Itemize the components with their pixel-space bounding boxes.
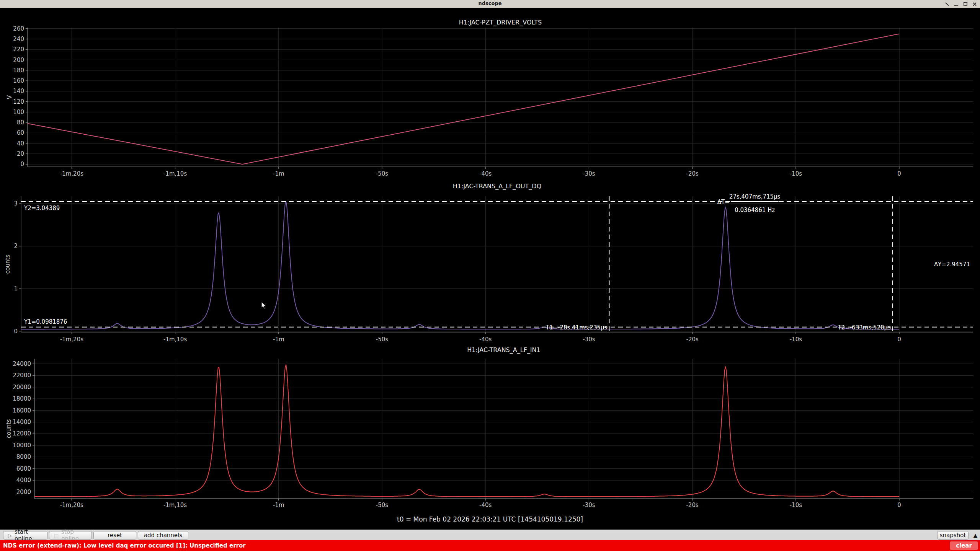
trace-H1:JAC-TRANS_A_LF_OUT_DQ [21, 201, 899, 329]
x-tick-label: 0 [897, 502, 901, 509]
x-tick-label: -50s [376, 336, 388, 343]
y-tick-label: 14000 [13, 419, 31, 425]
x-tick-label: -10s [790, 502, 802, 509]
y-tick-label: 160 [13, 77, 24, 84]
shade-icon[interactable] [944, 1, 950, 7]
x-tick-label: -20s [686, 336, 698, 343]
plot-title: H1:JAC-TRANS_A_LF_IN1 [467, 346, 540, 354]
y-tick-label: 180 [13, 67, 24, 74]
start-online-button[interactable]: ▷ start online [3, 531, 47, 540]
clear-button[interactable]: clear [950, 541, 978, 550]
y-tick-label: 260 [13, 25, 24, 32]
x-tick-label: -1m,20s [60, 336, 83, 343]
x-tick-label: -40s [479, 170, 492, 177]
status-bar: NDS error (extend-raw): Low level daq er… [0, 540, 980, 551]
y-tick-label: 60 [17, 129, 24, 136]
y-axis-label: counts [4, 254, 11, 274]
ndscope-window: ndscope -1m,20s-1m,10s-1m-50s-40s-30s-20… [0, 0, 980, 551]
delta-t-prefix: ΔT= [717, 199, 730, 205]
x-tick-label: 0 [897, 336, 901, 343]
add-channels-label: add channels [144, 532, 182, 539]
y-tick-label: 24000 [13, 360, 31, 367]
y-tick-label: 220 [13, 46, 24, 53]
y-tick-label: 8000 [16, 453, 31, 460]
plot-trans-a-lf-in1[interactable]: -1m,20s-1m,10s-1m-50s-40s-30s-20s-10s020… [0, 346, 980, 515]
plot-trans-a-lf-out-dq[interactable]: -1m,20s-1m,10s-1m-50s-40s-30s-20s-10s001… [0, 180, 980, 346]
cursor-t2-label: T2=-633ms,520µs [837, 324, 891, 331]
maximize-icon[interactable] [962, 1, 969, 7]
y-tick-label: 20 [17, 150, 24, 157]
y-tick-label: 6000 [16, 465, 31, 472]
snapshot-button[interactable]: snapshot [937, 531, 969, 540]
stop-online-button[interactable]: □ stop online [49, 531, 92, 540]
stop-square-icon: □ [54, 533, 59, 538]
y-tick-label: 16000 [13, 407, 31, 414]
y-tick-label: 200 [13, 57, 24, 64]
y-tick-label: 140 [13, 88, 24, 95]
cursor-y1-label: Y1=0.0981876 [24, 318, 67, 325]
y-tick-label: 0 [14, 328, 18, 335]
cursor-y2-label: Y2=3.04389 [24, 205, 60, 212]
x-tick-label: -1m,10s [163, 336, 187, 343]
delta-t-value: 27s,407ms,715µs [729, 193, 781, 200]
expand-log-triangle-icon[interactable]: ▲ [972, 531, 979, 540]
x-tick-label: -50s [376, 170, 388, 177]
x-tick-label: -1m [273, 170, 284, 177]
y-tick-label: 3 [14, 200, 18, 207]
x-tick-label: -50s [376, 502, 388, 509]
play-triangle-icon: ▷ [8, 533, 12, 538]
window-titlebar[interactable]: ndscope [0, 0, 980, 8]
t0-timestamp: t0 = Mon Feb 02 2026 22:03:21 UTC [14541… [0, 515, 980, 523]
x-tick-label: -20s [686, 170, 698, 177]
trace-H1:JAC-TRANS_A_LF_IN1 [34, 365, 899, 497]
x-tick-label: -1m,10s [163, 502, 187, 509]
y-axis-label: V [6, 95, 13, 99]
plot-title: H1:JAC-TRANS_A_LF_OUT_DQ [453, 183, 542, 190]
x-tick-label: -30s [583, 336, 595, 343]
nds-error-message: NDS error (extend-raw): Low level daq er… [3, 540, 246, 551]
x-tick-label: -30s [583, 170, 595, 177]
y-tick-label: 22000 [13, 372, 31, 379]
add-channels-button[interactable]: add channels [138, 531, 188, 540]
y-tick-label: 40 [17, 140, 24, 147]
y-axis-label: counts [5, 419, 12, 438]
x-tick-label: -40s [479, 502, 492, 509]
plot-title: H1:JAC-PZT_DRIVER_VOLTS [459, 19, 542, 26]
y-tick-label: 12000 [13, 430, 31, 437]
trace-H1:JAC-PZT_DRIVER_VOLTS [28, 34, 899, 164]
x-tick-label: -1m [273, 336, 284, 343]
y-tick-label: 0 [20, 161, 24, 168]
y-tick-label: 1 [14, 285, 18, 292]
delta-t-frequency: 0.0364861 Hz [735, 207, 775, 214]
y-tick-label: 4000 [16, 477, 31, 484]
x-tick-label: 0 [897, 170, 901, 177]
y-tick-label: 100 [13, 109, 24, 116]
x-tick-label: -30s [583, 502, 595, 509]
delta-y-label: ΔY=2.94571 [934, 261, 970, 268]
y-tick-label: 240 [13, 36, 24, 42]
y-tick-label: 2000 [16, 489, 31, 496]
minimize-icon[interactable] [953, 1, 959, 7]
x-tick-label: -1m [273, 502, 284, 509]
window-title: ndscope [0, 0, 980, 6]
reset-label: reset [108, 532, 122, 539]
y-tick-label: 120 [13, 98, 24, 105]
y-tick-label: 18000 [13, 395, 31, 402]
cursor-t1-label: T1=-28s,41ms,235µs [546, 324, 608, 331]
close-icon[interactable] [972, 1, 978, 7]
x-tick-label: -10s [790, 170, 802, 177]
x-tick-label: -1m,20s [60, 502, 83, 509]
clear-label: clear [956, 542, 972, 549]
plot-pzt-driver-volts[interactable]: -1m,20s-1m,10s-1m-50s-40s-30s-20s-10s002… [0, 8, 980, 180]
x-tick-label: -1m,20s [60, 170, 83, 177]
y-tick-label: 20000 [13, 384, 31, 391]
x-tick-label: -1m,10s [163, 170, 187, 177]
y-tick-label: 10000 [13, 442, 31, 449]
x-tick-label: -40s [479, 336, 492, 343]
snapshot-label: snapshot [940, 532, 966, 539]
x-tick-label: -10s [790, 336, 802, 343]
toolbar: ▷ start online □ stop online reset add c… [0, 530, 980, 541]
y-tick-label: 80 [17, 119, 24, 126]
reset-button[interactable]: reset [93, 531, 136, 540]
x-tick-label: -20s [686, 502, 698, 509]
